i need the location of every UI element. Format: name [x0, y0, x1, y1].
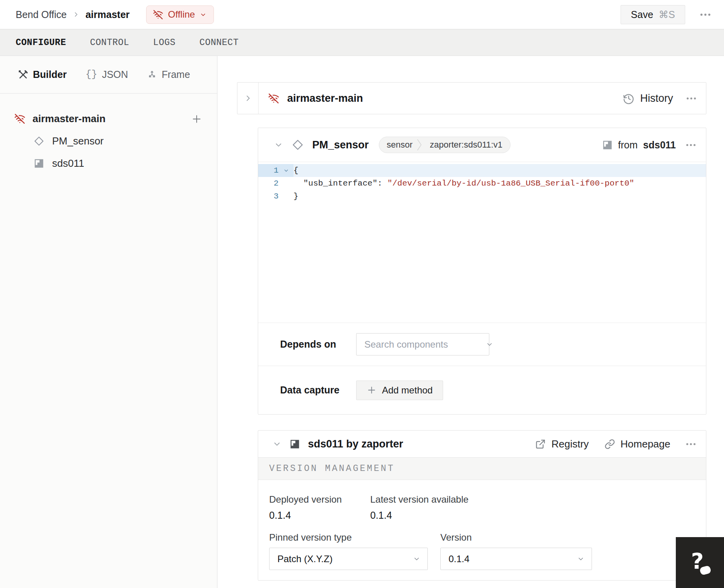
- module-card-header: sds011 by zaporter Registry Homepage: [258, 431, 706, 457]
- machine-part-tree: airmaster-main PM_sensor sds011: [0, 94, 217, 175]
- add-method-button[interactable]: Add method: [356, 381, 443, 400]
- json-string-value: "/dev/serial/by-id/usb-1a86_USB_Serial-i…: [387, 179, 634, 188]
- depends-on-select[interactable]: [356, 333, 489, 355]
- external-link-icon: [535, 439, 546, 449]
- tab-control[interactable]: CONTROL: [90, 38, 129, 48]
- plus-icon: [367, 385, 376, 395]
- code-line-3: 3 }: [258, 190, 706, 203]
- component-type-tag: sensor: [379, 140, 416, 150]
- topbar: Bend Office airmaster Offline Save ⌘S: [0, 0, 724, 29]
- save-button[interactable]: Save ⌘S: [621, 5, 685, 24]
- component-model-tag: zaporter:sds011:v1: [422, 140, 510, 150]
- machine-part-card: airmaster-main History: [237, 82, 706, 114]
- deployed-version-value: 0.1.4: [269, 510, 370, 521]
- help-widget-button[interactable]: ?: [676, 537, 724, 588]
- component-menu-button[interactable]: [686, 144, 696, 146]
- add-component-button[interactable]: [191, 114, 202, 124]
- machine-status-dropdown[interactable]: Offline: [146, 5, 214, 24]
- braces-icon: {}: [85, 69, 97, 80]
- history-icon: [623, 92, 635, 105]
- wifi-off-icon: [153, 9, 163, 20]
- collapse-component-button[interactable]: [275, 141, 282, 149]
- tree-item-module[interactable]: sds011: [0, 152, 217, 175]
- from-module-indicator: from sds011: [602, 139, 676, 151]
- homepage-link[interactable]: Homepage: [605, 438, 670, 450]
- pinned-version-type-select[interactable]: Patch (X.Y.Z): [269, 548, 428, 570]
- save-shortcut: ⌘S: [659, 9, 675, 20]
- breadcrumb-org-link[interactable]: Bend Office: [16, 9, 67, 20]
- pinned-version-type-label: Pinned version type: [269, 532, 428, 543]
- add-method-label: Add method: [382, 385, 433, 396]
- topbar-actions: Save ⌘S: [621, 5, 711, 24]
- tab-connect[interactable]: CONNECT: [199, 38, 239, 48]
- code-line-1: 1 {: [258, 164, 706, 177]
- version-value: 0.1.4: [449, 554, 469, 565]
- tabbar: CONFIGURE CONTROL LOGS CONNECT: [0, 29, 724, 56]
- tools-icon: [18, 70, 28, 80]
- collapse-module-button[interactable]: [273, 440, 281, 448]
- mode-builder[interactable]: Builder: [18, 69, 67, 80]
- line-number: 2: [258, 177, 279, 190]
- wifi-off-icon: [268, 93, 279, 104]
- module-title: sds011 by zaporter: [308, 438, 403, 450]
- topbar-overflow-menu-button[interactable]: [700, 13, 711, 16]
- version-label: Version: [440, 532, 592, 543]
- diamond-icon: [292, 139, 304, 151]
- question-bubble-icon: ?: [688, 550, 712, 575]
- breadcrumb-machine-name: airmaster: [85, 9, 130, 20]
- module-menu-button[interactable]: [686, 443, 696, 446]
- registry-link[interactable]: Registry: [535, 438, 588, 450]
- code-text: }: [293, 190, 299, 203]
- latest-version-value: 0.1.4: [370, 510, 469, 521]
- search-components-input[interactable]: [364, 339, 486, 350]
- expand-part-button[interactable]: [237, 83, 259, 114]
- sidebar: Builder {} JSON Frame airmaster-main: [0, 56, 217, 588]
- status-chevron-down-icon: [200, 11, 206, 18]
- tag-divider-chevron-icon: [416, 137, 422, 153]
- tab-configure[interactable]: CONFIGURE: [16, 38, 66, 48]
- module-icon: [602, 140, 613, 150]
- depends-on-label: Depends on: [280, 339, 356, 350]
- tree-item-machine-part[interactable]: airmaster-main: [0, 108, 217, 130]
- code-line-2: 2 "usb_interface":"/dev/serial/by-id/usb…: [258, 177, 706, 190]
- version-management-section-title: VERSION MANAGEMENT: [258, 457, 706, 480]
- mode-frame[interactable]: Frame: [147, 69, 190, 80]
- history-button[interactable]: History: [623, 92, 673, 105]
- data-capture-section: Data capture Add method: [258, 366, 706, 414]
- save-label: Save: [631, 9, 653, 20]
- module-icon: [34, 158, 44, 169]
- fold-chevron-icon[interactable]: [279, 164, 293, 177]
- json-key: "usb_interface":: [293, 179, 382, 188]
- version-select[interactable]: 0.1.4: [440, 548, 592, 570]
- line-number: 3: [258, 190, 279, 203]
- line-number: 1: [258, 164, 279, 177]
- mode-json[interactable]: {} JSON: [85, 69, 128, 80]
- frame-axes-icon: [147, 70, 157, 80]
- mode-json-label: JSON: [102, 69, 128, 80]
- diamond-icon: [34, 136, 44, 146]
- link-icon: [605, 439, 615, 449]
- latest-version-label: Latest version available: [370, 494, 469, 505]
- component-card-header: PM_sensor sensor zaporter:sds011:v1 from…: [258, 128, 706, 162]
- data-capture-label: Data capture: [280, 384, 356, 396]
- breadcrumb: Bend Office airmaster: [16, 9, 130, 20]
- breadcrumb-chevron-icon: [73, 11, 79, 18]
- tree-item-label: sds011: [52, 157, 84, 170]
- module-icon: [290, 439, 300, 449]
- tree-item-label: airmaster-main: [33, 113, 105, 125]
- attributes-json-editor[interactable]: 1 { 2 "usb_interface":"/dev/serial/by-id…: [258, 162, 706, 323]
- tab-logs[interactable]: LOGS: [153, 38, 176, 48]
- depends-on-section: Depends on: [258, 323, 706, 366]
- tree-item-label: PM_sensor: [52, 135, 104, 147]
- from-module-name: sds011: [643, 139, 676, 151]
- component-card: PM_sensor sensor zaporter:sds011:v1 from…: [258, 128, 706, 415]
- configure-main: airmaster-main History: [217, 56, 724, 588]
- status-label: Offline: [168, 9, 195, 20]
- machine-part-menu-button[interactable]: [686, 97, 696, 100]
- tree-item-component[interactable]: PM_sensor: [0, 130, 217, 152]
- pinned-version-type-value: Patch (X.Y.Z): [277, 554, 333, 565]
- machine-part-title: airmaster-main: [287, 92, 363, 105]
- module-card: sds011 by zaporter Registry Homepage: [258, 430, 706, 581]
- wifi-off-icon: [14, 113, 25, 124]
- chevron-down-icon: [413, 555, 420, 563]
